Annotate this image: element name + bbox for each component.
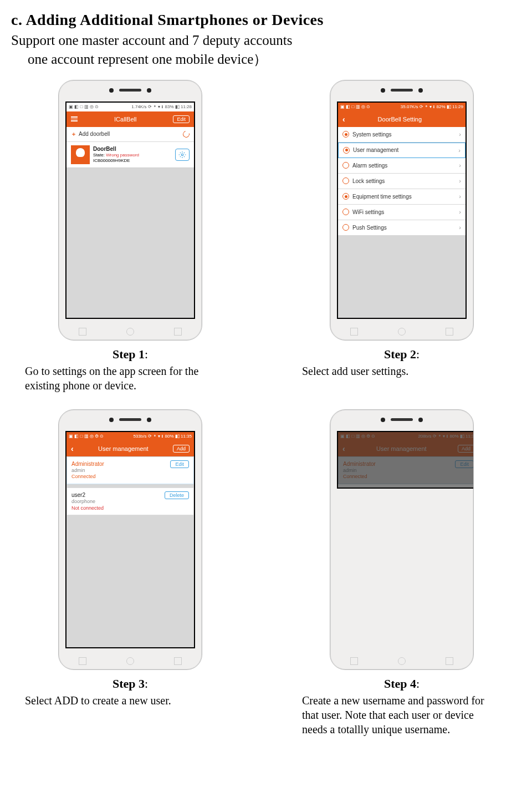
device-row[interactable]: DoorBell State: Wrong password ICB000009… <box>66 142 194 168</box>
user-title: Administrator <box>71 460 104 468</box>
settings-item-system[interactable]: System settings› <box>338 127 466 143</box>
step-3-cell: ▣ ◧ □ ▥ ◎ ⚙ ⊙ 533b/s ⟳ ⚬ ▾ ⫾ 80% ▮▯ 11:3… <box>11 409 249 737</box>
phone-mockup-4: ▣ ◧ □ ▥ ◎ ⚙ ⊙ 208b/s ⟳ ⚬ ▾ ⫾ 80% ▮▯ 11:3… <box>330 409 474 670</box>
user-sub: admin <box>71 468 104 474</box>
add-button[interactable]: Add <box>173 445 190 453</box>
step-1-cell: ▣ ◧ □ ▥ ◎ ⊙ 1.74K/s ⟳ ⚬ ▾ ⫾ 83% ▮▯ 11:28… <box>11 80 249 393</box>
step-1-label: Step 1: <box>25 347 236 362</box>
app-title: DoorBell Setting <box>345 116 454 123</box>
status-right: 1.74K/s ⟳ ⚬ ▾ ⫾ 83% ▮▯ 11:28 <box>131 104 192 109</box>
add-doorbell-row[interactable]: ＋Add doorbell <box>66 127 194 142</box>
refresh-icon[interactable] <box>182 129 191 138</box>
step-2-label: Step 2: <box>296 347 507 362</box>
app-bar: ‹ User management Add <box>66 441 194 456</box>
user-status: Not connected <box>71 505 104 512</box>
status-bar: ▣ ◧ □ ▥ ◎ ⊙ 35.07K/s ⟳ ⚬ ▾ ⫾ 82% ▮▯ 11:2… <box>338 103 466 111</box>
bullet-icon <box>342 162 349 169</box>
menu-icon[interactable] <box>71 116 78 121</box>
device-state-label: State: <box>93 153 105 158</box>
device-name: DoorBell <box>93 146 172 153</box>
bullet-icon <box>342 209 349 215</box>
bullet-icon <box>342 193 349 200</box>
modal-overlay <box>338 432 474 488</box>
plus-icon: ＋ <box>71 131 76 137</box>
status-bar: ▣ ◧ □ ▥ ◎ ⚙ ⊙ 533b/s ⟳ ⚬ ▾ ⫾ 80% ▮▯ 11:3… <box>66 432 194 441</box>
app-bar: ICallBell Edit <box>66 111 194 127</box>
settings-item-time[interactable]: Equipment time settings› <box>338 189 466 205</box>
phone-mockup-3: ▣ ◧ □ ▥ ◎ ⚙ ⊙ 533b/s ⟳ ⚬ ▾ ⫾ 80% ▮▯ 11:3… <box>58 409 202 670</box>
settings-label: Equipment time settings <box>352 194 412 200</box>
settings-item-user-management[interactable]: User management› <box>338 143 466 158</box>
svg-point-0 <box>181 154 183 156</box>
settings-list: System settings› User management› Alarm … <box>338 127 466 236</box>
step-1-desc: Go to settings on the app screen for the… <box>25 364 236 393</box>
user-sub: doorphone <box>71 499 104 505</box>
app-title: User management <box>74 445 173 452</box>
section-heading: c. Adding Additional Smartphones or Devi… <box>11 11 521 29</box>
step-3-label: Step 3: <box>25 677 236 691</box>
section-subheading: Support one master account and 7 deputy … <box>11 31 521 69</box>
step-4-label: Step 4: <box>296 677 507 691</box>
avatar-icon <box>71 145 90 164</box>
app-bar: ‹ DoorBell Setting <box>338 111 466 127</box>
subheading-line2: one account represent one mobile device） <box>11 50 521 69</box>
chevron-right-icon: › <box>459 177 461 184</box>
chevron-right-icon: › <box>459 162 461 169</box>
settings-label: User management <box>353 147 398 153</box>
status-left: ▣ ◧ □ ▥ ◎ ⊙ <box>69 104 99 109</box>
add-doorbell-label: Add doorbell <box>79 131 110 137</box>
step-3-desc: Select ADD to create a new user. <box>25 693 236 708</box>
settings-item-push[interactable]: Push Settings› <box>338 220 466 236</box>
delete-user-button[interactable]: Delete <box>165 491 189 499</box>
edit-button[interactable]: Edit <box>173 115 190 123</box>
app-title: ICallBell <box>78 116 173 123</box>
bullet-icon <box>342 131 349 138</box>
subheading-line1: Support one master account and 7 deputy … <box>11 33 293 48</box>
settings-item-wifi[interactable]: WiFi settings› <box>338 205 466 220</box>
settings-label: System settings <box>352 131 392 138</box>
settings-label: WiFi settings <box>352 209 384 215</box>
bullet-icon <box>342 224 349 231</box>
step-4-cell: ▣ ◧ □ ▥ ◎ ⚙ ⊙ 208b/s ⟳ ⚬ ▾ ⫾ 80% ▮▯ 11:3… <box>283 409 521 737</box>
phone-mockup-2: ▣ ◧ □ ▥ ◎ ⊙ 35.07K/s ⟳ ⚬ ▾ ⫾ 82% ▮▯ 11:2… <box>330 80 474 341</box>
status-right: 533b/s ⟳ ⚬ ▾ ⫾ 80% ▮▯ 11:35 <box>133 434 192 439</box>
bullet-icon <box>343 147 350 154</box>
settings-item-lock[interactable]: Lock settings› <box>338 174 466 189</box>
user-title: user2 <box>71 491 104 499</box>
edit-user-button[interactable]: Edit <box>170 460 189 468</box>
settings-label: Lock settings <box>352 178 385 184</box>
device-state-value: Wrong password <box>106 153 139 158</box>
gear-icon <box>178 151 186 159</box>
status-left: ▣ ◧ □ ▥ ◎ ⚙ ⊙ <box>69 434 104 439</box>
chevron-right-icon: › <box>459 224 461 231</box>
step-2-desc: Select add user settings. <box>296 364 507 378</box>
status-bar: ▣ ◧ □ ▥ ◎ ⊙ 1.74K/s ⟳ ⚬ ▾ ⫾ 83% ▮▯ 11:28 <box>66 103 194 111</box>
chevron-right-icon: › <box>459 131 461 138</box>
settings-label: Push Settings <box>352 225 387 231</box>
settings-item-alarm[interactable]: Alarm settings› <box>338 158 466 174</box>
step-4-desc: Create a new username and password for t… <box>296 693 507 737</box>
step-2-cell: ▣ ◧ □ ▥ ◎ ⊙ 35.07K/s ⟳ ⚬ ▾ ⫾ 82% ▮▯ 11:2… <box>283 80 521 393</box>
phone-mockup-1: ▣ ◧ □ ▥ ◎ ⊙ 1.74K/s ⟳ ⚬ ▾ ⫾ 83% ▮▯ 11:28… <box>58 80 202 341</box>
settings-button[interactable] <box>175 149 190 161</box>
chevron-right-icon: › <box>458 147 461 154</box>
user-card-admin[interactable]: Administrator admin Connected Edit <box>66 456 194 484</box>
status-right: 35.07K/s ⟳ ⚬ ▾ ⫾ 82% ▮▯ 11:29 <box>401 104 463 109</box>
settings-label: Alarm settings <box>352 163 387 169</box>
status-left: ▣ ◧ □ ▥ ◎ ⊙ <box>340 104 370 109</box>
chevron-right-icon: › <box>459 193 461 200</box>
user-card-user2[interactable]: user2 doorphone Not connected Delete <box>66 488 194 515</box>
chevron-right-icon: › <box>459 209 461 215</box>
user-status: Connected <box>71 474 104 480</box>
bullet-icon <box>342 177 349 184</box>
device-id: ICB000009H9KDE <box>93 158 172 164</box>
